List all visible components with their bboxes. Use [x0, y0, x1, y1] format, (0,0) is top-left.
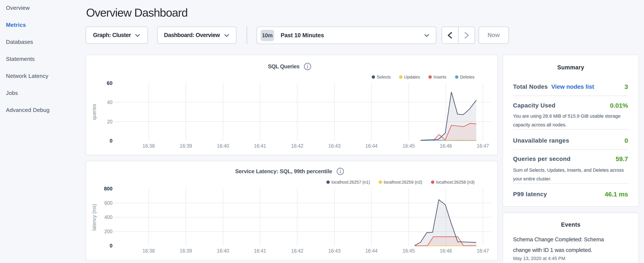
svg-text:16:46: 16:46 [440, 248, 452, 254]
svg-text:20: 20 [107, 119, 112, 124]
svg-text:16:41: 16:41 [254, 248, 266, 254]
svg-text:16:44: 16:44 [365, 248, 378, 254]
svg-text:Selects: Selects [377, 75, 391, 79]
svg-text:16:42: 16:42 [291, 248, 304, 254]
svg-text:Inserts: Inserts [434, 75, 446, 79]
svg-text:localhost:26259 (n2): localhost:26259 (n2) [384, 180, 422, 184]
svg-text:latency (ms): latency (ms) [92, 204, 97, 230]
svg-text:16:43: 16:43 [328, 143, 340, 149]
svg-text:16:40: 16:40 [217, 143, 229, 149]
svg-text:Deletes: Deletes [460, 75, 474, 79]
svg-text:16:40: 16:40 [217, 248, 229, 254]
svg-text:localhost:26258 (n3): localhost:26258 (n3) [436, 180, 474, 184]
svg-text:16:47: 16:47 [477, 248, 489, 254]
svg-text:16:38: 16:38 [142, 143, 155, 149]
svg-text:400: 400 [104, 214, 112, 220]
svg-text:queries: queries [92, 104, 97, 120]
svg-text:16:45: 16:45 [402, 248, 415, 254]
svg-text:16:43: 16:43 [328, 248, 340, 254]
svg-text:16:38: 16:38 [142, 248, 155, 254]
svg-text:600: 600 [104, 200, 112, 206]
svg-text:16:39: 16:39 [180, 143, 192, 149]
svg-text:16:39: 16:39 [180, 248, 192, 254]
svg-text:16:45: 16:45 [402, 143, 415, 149]
svg-text:16:44: 16:44 [365, 143, 378, 149]
svg-text:16:41: 16:41 [254, 143, 266, 149]
svg-text:16:42: 16:42 [291, 143, 304, 149]
svg-text:16:47: 16:47 [477, 143, 489, 149]
svg-text:localhost:26257 (n1): localhost:26257 (n1) [332, 180, 370, 184]
svg-text:0: 0 [110, 243, 112, 248]
svg-text:200: 200 [104, 229, 112, 234]
svg-text:60: 60 [107, 80, 112, 86]
svg-text:Updates: Updates [404, 75, 420, 79]
svg-text:40: 40 [107, 100, 112, 105]
svg-text:800: 800 [104, 186, 112, 191]
svg-text:0: 0 [110, 138, 112, 144]
svg-text:16:46: 16:46 [440, 143, 452, 149]
